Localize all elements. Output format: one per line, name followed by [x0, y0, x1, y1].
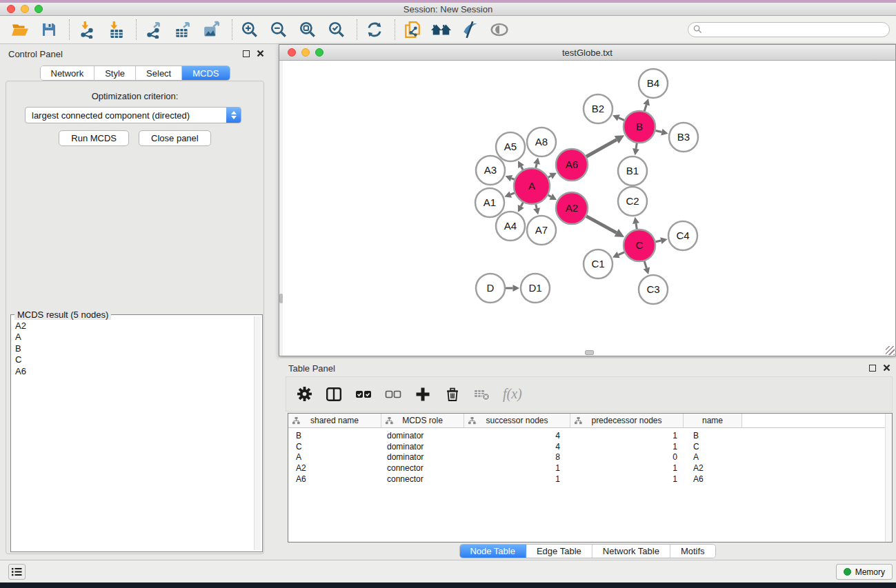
graph-edge-A2-C[interactable] — [586, 216, 617, 233]
eye-hide-icon[interactable] — [489, 19, 510, 40]
graph-edge-A-A4[interactable] — [521, 203, 523, 207]
column-header-name[interactable]: name — [684, 414, 742, 427]
table-cell[interactable]: C — [684, 442, 742, 452]
graph-edge-C-C2[interactable] — [636, 223, 637, 229]
close-panel-icon[interactable] — [257, 50, 264, 57]
graph-edge-A-A8[interactable] — [536, 164, 537, 168]
deselect-all-icon[interactable] — [384, 385, 402, 403]
canvas-horizontal-scrollbar[interactable] — [585, 350, 594, 355]
table-cell[interactable]: 1 — [570, 442, 684, 452]
graph-edge-B-B1[interactable] — [636, 143, 637, 149]
graph-edge-C-C4[interactable] — [655, 241, 661, 242]
table-row-A6[interactable]: A6connector11A6 — [288, 474, 892, 485]
save-session-icon[interactable] — [39, 19, 59, 40]
graph-edge-A-A3[interactable] — [511, 179, 514, 180]
graph-edge-A-A6[interactable] — [548, 176, 551, 177]
tab-node-table[interactable]: Node Table — [459, 545, 526, 558]
table-cell[interactable]: 1 — [464, 474, 570, 484]
close-table-panel-icon[interactable] — [883, 364, 890, 372]
column-header-successor-nodes[interactable]: successor nodes — [464, 414, 570, 427]
float-panel-icon[interactable] — [243, 50, 250, 57]
graph-edge-C-C1[interactable] — [619, 252, 624, 255]
tab-edge-table[interactable]: Edge Table — [526, 545, 593, 558]
float-table-panel-icon[interactable] — [869, 365, 876, 372]
table-row-A2[interactable]: A2connector11A2 — [288, 463, 892, 474]
delete-table-icon[interactable] — [473, 385, 491, 403]
graph-edge-B-B4[interactable] — [644, 105, 646, 111]
table-cell[interactable]: A2 — [288, 463, 381, 473]
tab-network[interactable]: Network — [40, 66, 94, 80]
delete-column-icon[interactable] — [444, 385, 461, 403]
result-scrollbar[interactable] — [254, 316, 261, 550]
run-mcds-button[interactable]: Run MCDS — [59, 130, 129, 146]
result-list-item[interactable]: A6 — [13, 366, 252, 377]
graph-edge-B-B2[interactable] — [619, 118, 624, 121]
table-cell[interactable]: dominator — [381, 442, 464, 452]
paint-style-icon[interactable] — [460, 19, 481, 40]
tab-motifs[interactable]: Motifs — [670, 545, 715, 558]
result-list-item[interactable]: A — [13, 332, 252, 343]
table-cell[interactable]: 4 — [464, 442, 570, 452]
table-cell[interactable]: 1 — [570, 463, 684, 473]
table-row-B[interactable]: Bdominator41B — [288, 430, 892, 441]
column-header-MCDS-role[interactable]: MCDS role — [381, 414, 464, 427]
table-row-A[interactable]: Adominator80A — [288, 452, 892, 463]
import-network-icon[interactable] — [77, 19, 97, 40]
layout-refresh-icon[interactable] — [364, 19, 385, 40]
tab-select[interactable]: Select — [136, 66, 182, 80]
close-panel-button[interactable]: Close panel — [139, 130, 211, 146]
table-cell[interactable]: C — [288, 442, 381, 452]
table-cell[interactable]: A6 — [684, 474, 742, 484]
table-cell[interactable]: B — [684, 431, 742, 440]
import-table-icon[interactable] — [106, 19, 126, 40]
table-cell[interactable]: 8 — [464, 452, 570, 462]
canvas-vertical-scrollbar[interactable] — [279, 61, 283, 356]
add-column-icon[interactable] — [414, 385, 432, 403]
zoom-fit-icon[interactable] — [297, 19, 318, 40]
select-all-icon[interactable] — [355, 385, 372, 403]
column-visibility-icon[interactable] — [325, 385, 343, 403]
table-cell[interactable]: 4 — [464, 431, 570, 440]
table-cell[interactable]: 1 — [464, 463, 570, 473]
table-cell[interactable]: connector — [381, 463, 464, 473]
tab-network-table[interactable]: Network Table — [593, 545, 670, 558]
settings-gear-icon[interactable] — [295, 385, 313, 403]
table-row-C[interactable]: Cdominator41C — [288, 441, 892, 452]
network-canvas[interactable]: B4B2BB3A5A8A6B1A3AC2A1A2A4A7C4CC1DD1C3 — [279, 61, 895, 356]
table-cell[interactable]: dominator — [381, 452, 464, 462]
tab-style[interactable]: Style — [94, 66, 136, 80]
search-input[interactable] — [688, 22, 890, 37]
window-resize-grip[interactable] — [886, 346, 895, 355]
memory-button[interactable]: Memory — [836, 564, 893, 580]
table-cell[interactable]: dominator — [381, 431, 464, 440]
graph-edge-A6-B[interactable] — [586, 140, 617, 157]
column-header-predecessor-nodes[interactable]: predecessor nodes — [570, 414, 684, 427]
duplicate-network-icon[interactable] — [402, 19, 423, 40]
function-builder-icon[interactable]: f(x) — [503, 385, 522, 403]
tab-mcds[interactable]: MCDS — [182, 66, 229, 80]
graph-edge-A-A1[interactable] — [510, 193, 515, 194]
home-icon[interactable] — [431, 19, 452, 40]
zoom-selected-icon[interactable] — [326, 19, 347, 40]
table-cell[interactable]: A — [288, 452, 381, 462]
graph-edge-B-B3[interactable] — [655, 130, 661, 132]
table-cell[interactable]: A6 — [288, 474, 381, 484]
zoom-out-icon[interactable] — [268, 19, 289, 40]
table-scrollbar[interactable] — [885, 414, 892, 542]
graph-edge-A-A2[interactable] — [548, 195, 551, 196]
export-image-icon[interactable] — [201, 19, 222, 40]
table-cell[interactable]: B — [288, 431, 381, 440]
table-cell[interactable]: 1 — [570, 474, 684, 484]
table-cell[interactable]: A — [684, 452, 742, 462]
graph-edge-A-A7[interactable] — [536, 204, 537, 208]
graph-edge-C-C3[interactable] — [644, 261, 646, 268]
table-cell[interactable]: 0 — [570, 452, 684, 462]
table-cell[interactable]: connector — [381, 474, 464, 484]
criterion-dropdown[interactable]: largest connected component (directed) — [25, 107, 241, 123]
export-network-icon[interactable] — [143, 19, 164, 40]
zoom-in-icon[interactable] — [239, 19, 260, 40]
table-cell[interactable]: 1 — [570, 431, 684, 440]
column-header-shared-name[interactable]: shared name — [288, 414, 381, 427]
result-list-item[interactable]: B — [13, 343, 252, 354]
task-history-button[interactable] — [8, 564, 26, 580]
